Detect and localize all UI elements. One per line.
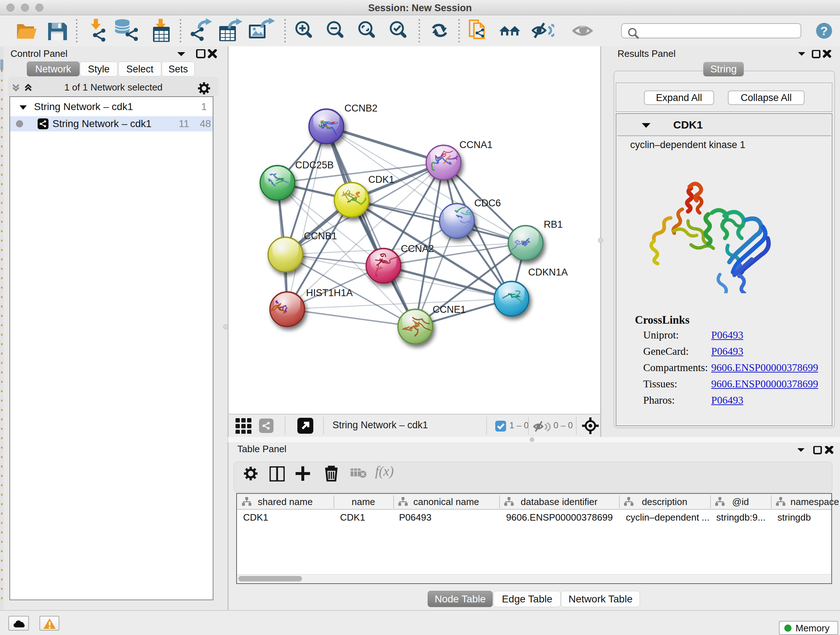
svg-text:CCNA2: CCNA2: [401, 243, 434, 254]
svg-text:CCNB2: CCNB2: [344, 103, 378, 114]
svg-text:CDC25B: CDC25B: [295, 160, 334, 171]
svg-text:RB1: RB1: [544, 219, 563, 230]
svg-text:CDC6: CDC6: [474, 198, 501, 209]
svg-text:HIST1H1A: HIST1H1A: [306, 287, 353, 298]
svg-text:CCNE1: CCNE1: [433, 304, 466, 315]
svg-text:CDKN1A: CDKN1A: [528, 267, 568, 278]
svg-text:CDK1: CDK1: [368, 174, 394, 185]
svg-text:CCNB1: CCNB1: [304, 231, 337, 241]
svg-text:CCNA1: CCNA1: [459, 139, 493, 150]
